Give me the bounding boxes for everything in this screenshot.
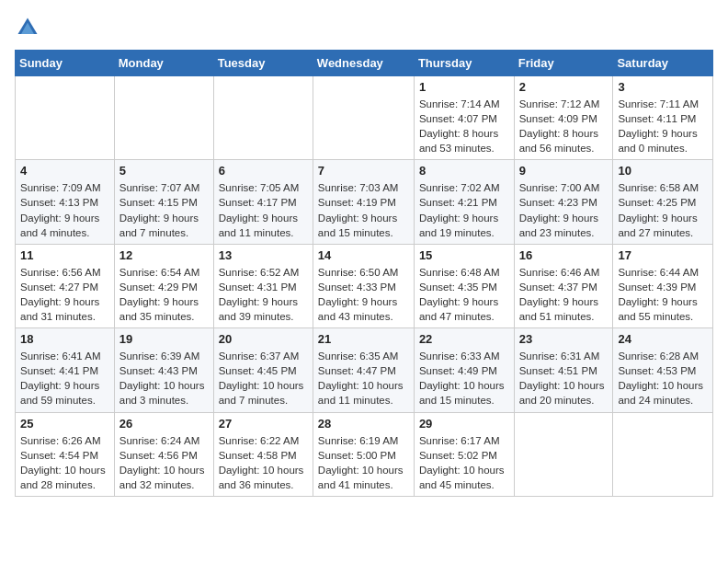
day-number: 24 (618, 332, 708, 346)
calendar-cell: 23Sunrise: 6:31 AM Sunset: 4:51 PM Dayli… (514, 328, 613, 412)
day-info: Sunrise: 6:54 AM Sunset: 4:29 PM Dayligh… (119, 265, 209, 324)
calendar-week-0: 1Sunrise: 7:14 AM Sunset: 4:07 PM Daylig… (16, 76, 713, 160)
day-info: Sunrise: 7:14 AM Sunset: 4:07 PM Dayligh… (419, 97, 509, 155)
day-info: Sunrise: 7:07 AM Sunset: 4:15 PM Dayligh… (119, 180, 209, 239)
day-number: 12 (119, 248, 209, 262)
logo-icon (15, 15, 40, 40)
calendar-cell: 1Sunrise: 7:14 AM Sunset: 4:07 PM Daylig… (414, 76, 514, 160)
day-number: 27 (219, 417, 308, 431)
day-info: Sunrise: 6:52 AM Sunset: 4:31 PM Dayligh… (219, 265, 308, 324)
calendar-cell (114, 76, 213, 160)
calendar-cell (313, 76, 414, 160)
day-info: Sunrise: 7:02 AM Sunset: 4:21 PM Dayligh… (419, 180, 509, 239)
calendar-cell: 7Sunrise: 7:03 AM Sunset: 4:19 PM Daylig… (313, 160, 414, 244)
day-info: Sunrise: 6:19 AM Sunset: 5:00 PM Dayligh… (318, 433, 409, 492)
day-info: Sunrise: 6:24 AM Sunset: 4:56 PM Dayligh… (119, 433, 209, 492)
day-number: 8 (419, 164, 509, 178)
calendar-cell: 13Sunrise: 6:52 AM Sunset: 4:31 PM Dayli… (213, 244, 313, 327)
day-info: Sunrise: 6:28 AM Sunset: 4:53 PM Dayligh… (618, 349, 708, 408)
day-info: Sunrise: 6:31 AM Sunset: 4:51 PM Dayligh… (519, 349, 609, 408)
calendar-cell (213, 76, 313, 160)
day-number: 5 (119, 164, 209, 178)
calendar-cell: 25Sunrise: 6:26 AM Sunset: 4:54 PM Dayli… (16, 412, 115, 496)
day-info: Sunrise: 6:50 AM Sunset: 4:33 PM Dayligh… (318, 265, 409, 324)
weekday-header-sunday: Sunday (16, 51, 115, 76)
weekday-header-monday: Monday (114, 51, 213, 76)
day-info: Sunrise: 7:05 AM Sunset: 4:17 PM Dayligh… (219, 180, 308, 239)
day-number: 13 (219, 248, 308, 262)
day-number: 21 (318, 332, 409, 346)
calendar-week-2: 11Sunrise: 6:56 AM Sunset: 4:27 PM Dayli… (16, 244, 713, 327)
day-number: 20 (219, 332, 308, 346)
calendar-cell: 16Sunrise: 6:46 AM Sunset: 4:37 PM Dayli… (514, 244, 613, 327)
day-number: 19 (119, 332, 209, 346)
day-number: 23 (519, 332, 609, 346)
day-number: 6 (219, 164, 308, 178)
calendar-cell: 21Sunrise: 6:35 AM Sunset: 4:47 PM Dayli… (313, 328, 414, 412)
day-info: Sunrise: 6:41 AM Sunset: 4:41 PM Dayligh… (20, 349, 109, 408)
calendar-cell: 11Sunrise: 6:56 AM Sunset: 4:27 PM Dayli… (16, 244, 115, 327)
calendar-cell: 20Sunrise: 6:37 AM Sunset: 4:45 PM Dayli… (213, 328, 313, 412)
calendar-cell: 12Sunrise: 6:54 AM Sunset: 4:29 PM Dayli… (114, 244, 213, 327)
day-info: Sunrise: 7:03 AM Sunset: 4:19 PM Dayligh… (318, 180, 409, 239)
day-number: 14 (318, 248, 409, 262)
calendar-table: SundayMondayTuesdayWednesdayThursdayFrid… (15, 50, 713, 497)
day-number: 29 (419, 417, 509, 431)
day-info: Sunrise: 6:37 AM Sunset: 4:45 PM Dayligh… (219, 349, 308, 408)
weekday-header-friday: Friday (514, 51, 613, 76)
day-number: 18 (20, 332, 109, 346)
day-info: Sunrise: 6:48 AM Sunset: 4:35 PM Dayligh… (419, 265, 509, 324)
calendar-cell: 26Sunrise: 6:24 AM Sunset: 4:56 PM Dayli… (114, 412, 213, 496)
calendar-cell: 3Sunrise: 7:11 AM Sunset: 4:11 PM Daylig… (613, 76, 713, 160)
day-number: 2 (519, 80, 609, 94)
day-number: 10 (618, 164, 708, 178)
day-info: Sunrise: 6:22 AM Sunset: 4:58 PM Dayligh… (219, 433, 308, 492)
day-number: 7 (318, 164, 409, 178)
day-number: 22 (419, 332, 509, 346)
day-number: 11 (20, 248, 109, 262)
calendar-cell: 8Sunrise: 7:02 AM Sunset: 4:21 PM Daylig… (414, 160, 514, 244)
day-number: 4 (20, 164, 109, 178)
day-info: Sunrise: 6:44 AM Sunset: 4:39 PM Dayligh… (618, 265, 708, 324)
day-info: Sunrise: 6:33 AM Sunset: 4:49 PM Dayligh… (419, 349, 509, 408)
day-number: 25 (20, 417, 109, 431)
day-info: Sunrise: 7:12 AM Sunset: 4:09 PM Dayligh… (519, 97, 609, 155)
day-info: Sunrise: 7:00 AM Sunset: 4:23 PM Dayligh… (519, 180, 609, 239)
day-number: 17 (618, 248, 708, 262)
weekday-header-tuesday: Tuesday (213, 51, 313, 76)
calendar-cell: 28Sunrise: 6:19 AM Sunset: 5:00 PM Dayli… (313, 412, 414, 496)
day-info: Sunrise: 6:26 AM Sunset: 4:54 PM Dayligh… (20, 433, 109, 492)
calendar-cell: 4Sunrise: 7:09 AM Sunset: 4:13 PM Daylig… (16, 160, 115, 244)
weekday-header-wednesday: Wednesday (313, 51, 414, 76)
calendar-cell: 9Sunrise: 7:00 AM Sunset: 4:23 PM Daylig… (514, 160, 613, 244)
calendar-body: 1Sunrise: 7:14 AM Sunset: 4:07 PM Daylig… (16, 76, 713, 497)
calendar-cell (16, 76, 115, 160)
calendar-cell: 27Sunrise: 6:22 AM Sunset: 4:58 PM Dayli… (213, 412, 313, 496)
day-info: Sunrise: 6:56 AM Sunset: 4:27 PM Dayligh… (20, 265, 109, 324)
day-number: 9 (519, 164, 609, 178)
calendar-cell: 6Sunrise: 7:05 AM Sunset: 4:17 PM Daylig… (213, 160, 313, 244)
calendar-cell: 17Sunrise: 6:44 AM Sunset: 4:39 PM Dayli… (613, 244, 713, 327)
calendar-cell: 19Sunrise: 6:39 AM Sunset: 4:43 PM Dayli… (114, 328, 213, 412)
weekday-header-thursday: Thursday (414, 51, 514, 76)
day-number: 3 (618, 80, 708, 94)
calendar-cell: 24Sunrise: 6:28 AM Sunset: 4:53 PM Dayli… (613, 328, 713, 412)
day-info: Sunrise: 7:09 AM Sunset: 4:13 PM Dayligh… (20, 180, 109, 239)
day-number: 26 (119, 417, 209, 431)
calendar-cell: 2Sunrise: 7:12 AM Sunset: 4:09 PM Daylig… (514, 76, 613, 160)
calendar-cell: 22Sunrise: 6:33 AM Sunset: 4:49 PM Dayli… (414, 328, 514, 412)
calendar-cell (514, 412, 613, 496)
day-info: Sunrise: 6:39 AM Sunset: 4:43 PM Dayligh… (119, 349, 209, 408)
day-number: 1 (419, 80, 509, 94)
day-number: 15 (419, 248, 509, 262)
calendar-cell: 15Sunrise: 6:48 AM Sunset: 4:35 PM Dayli… (414, 244, 514, 327)
calendar-week-1: 4Sunrise: 7:09 AM Sunset: 4:13 PM Daylig… (16, 160, 713, 244)
calendar-cell: 5Sunrise: 7:07 AM Sunset: 4:15 PM Daylig… (114, 160, 213, 244)
day-number: 16 (519, 248, 609, 262)
day-info: Sunrise: 6:35 AM Sunset: 4:47 PM Dayligh… (318, 349, 409, 408)
logo (15, 15, 44, 40)
calendar-cell: 14Sunrise: 6:50 AM Sunset: 4:33 PM Dayli… (313, 244, 414, 327)
day-info: Sunrise: 7:11 AM Sunset: 4:11 PM Dayligh… (618, 97, 708, 155)
calendar-cell: 10Sunrise: 6:58 AM Sunset: 4:25 PM Dayli… (613, 160, 713, 244)
calendar-week-4: 25Sunrise: 6:26 AM Sunset: 4:54 PM Dayli… (16, 412, 713, 496)
